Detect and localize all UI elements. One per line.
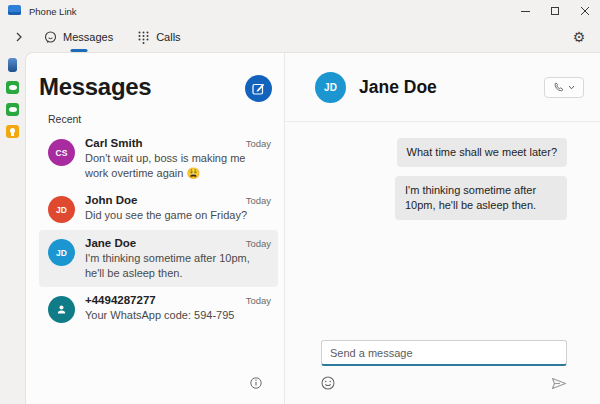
chat-bubble-icon (44, 31, 57, 44)
maximize-button[interactable] (540, 0, 570, 22)
minimize-button[interactable] (510, 0, 540, 22)
panel-title: Messages (39, 73, 151, 101)
new-message-button[interactable] (245, 75, 272, 102)
avatar: CS (48, 139, 75, 166)
person-avatar-icon (48, 296, 75, 323)
contact-name: Carl Smith (85, 137, 143, 149)
tab-messages[interactable]: Messages (36, 27, 121, 48)
contact-name: Jane Doe (85, 237, 136, 249)
timestamp: Today (246, 295, 271, 306)
timestamp: Today (246, 195, 271, 206)
tab-calls-label: Calls (156, 31, 180, 43)
info-icon[interactable] (250, 375, 262, 393)
contact-name: +4494287277 (85, 294, 156, 306)
conversation-row-john-doe[interactable]: JD John Doe Today Did you see the game o… (39, 187, 278, 230)
conversation-row-carl-smith[interactable]: CS Carl Smith Today Don't wait up, boss … (39, 130, 278, 187)
message-preview: Your WhatsApp code: 594-795 (85, 308, 260, 323)
emoji-picker-button[interactable] (321, 376, 335, 390)
timestamp: Today (246, 238, 271, 249)
title-bar: Phone Link (0, 0, 600, 22)
tips-app-icon[interactable] (6, 125, 19, 138)
phone-device-icon[interactable] (8, 58, 17, 72)
conversation-row-whatsapp-number[interactable]: +4494287277 Today Your WhatsApp code: 59… (39, 287, 278, 330)
send-message-icon[interactable] (551, 377, 567, 390)
tab-calls[interactable]: Calls (129, 27, 188, 48)
message-preview: Did you see the game on Friday? (85, 208, 260, 223)
settings-gear-icon[interactable]: ⚙ (568, 26, 590, 48)
conversation-row-jane-doe[interactable]: JD Jane Doe Today I'm thinking sometime … (39, 230, 278, 287)
contact-name: John Doe (85, 194, 137, 206)
avatar: JD (48, 239, 75, 266)
device-apps-sidebar (0, 52, 25, 404)
close-button[interactable] (570, 0, 600, 22)
timestamp: Today (246, 138, 271, 149)
message-thread: What time shall we meet later? I'm think… (285, 122, 600, 340)
message-preview: Don't wait up, boss is making me work ov… (85, 151, 260, 180)
messages-app-icon[interactable] (6, 81, 19, 94)
contact-avatar: JD (315, 72, 346, 103)
message-bubble: What time shall we meet later? (397, 138, 567, 167)
message-input[interactable] (321, 340, 567, 366)
dialpad-icon (137, 31, 150, 44)
nav-bar: Messages Calls ⚙ (0, 22, 600, 52)
call-button[interactable] (544, 77, 584, 98)
chat-header: JD Jane Doe (285, 53, 600, 122)
message-preview: I'm thinking sometime after 10pm, he'll … (85, 251, 260, 280)
avatar: JD (48, 196, 75, 223)
main-content: Messages Recent CS Carl Smith Today Don'… (25, 52, 600, 404)
chevron-down-icon (568, 85, 575, 90)
expand-sidebar-button[interactable] (10, 28, 28, 46)
message-bubble: I'm thinking sometime after 10pm, he'll … (395, 176, 567, 220)
phone-icon (554, 82, 564, 92)
recent-section-label: Recent (48, 113, 278, 125)
conversations-panel: Messages Recent CS Carl Smith Today Don'… (26, 53, 284, 404)
window-controls (510, 0, 600, 22)
window-title: Phone Link (29, 6, 77, 17)
whatsapp-app-icon[interactable] (6, 103, 19, 116)
phone-link-logo-icon (8, 5, 22, 17)
chat-contact-name: Jane Doe (359, 77, 544, 98)
chat-panel: JD Jane Doe What time shall we meet late… (284, 53, 600, 404)
tab-messages-label: Messages (63, 31, 113, 43)
composer (285, 340, 600, 404)
